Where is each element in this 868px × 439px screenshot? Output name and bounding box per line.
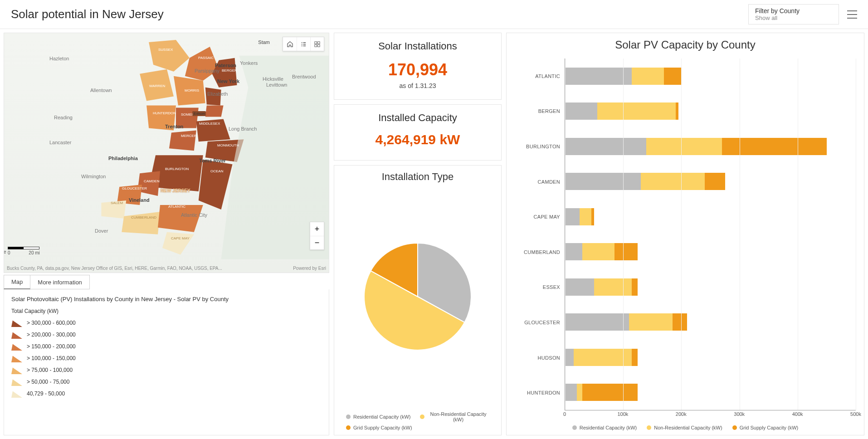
bar-chart[interactable]: ATLANTICBERGENBURLINGTONCAMDENCAPE MAYCU…: [515, 59, 856, 410]
bar-x-tick: 0: [563, 411, 566, 417]
kpi2-value: 4,264,919 kW: [338, 132, 497, 147]
bar-plot: [565, 59, 856, 410]
bar-row[interactable]: [565, 59, 856, 94]
bar-segment: [664, 68, 681, 85]
attribution-text: Bucks County, PA, data.pa.gov, New Jerse…: [7, 266, 222, 271]
bar-segment: [676, 102, 678, 120]
county-ocean[interactable]: [199, 160, 233, 210]
bar-segment: [565, 278, 594, 296]
map-attribution: Bucks County, PA, data.pa.gov, New Jerse…: [7, 266, 326, 271]
legend-label: > 150,000 - 200,000: [27, 343, 76, 350]
bar-row[interactable]: [565, 199, 856, 234]
bar-segment: [705, 173, 725, 190]
legend-title: Solar Photovoltaic (PV) Installations by…: [11, 296, 322, 302]
bar-legend-grid: Grid Supply Capacity (kW): [732, 425, 799, 430]
county-warren[interactable]: [140, 69, 174, 101]
bar-segment: [580, 208, 591, 225]
zoom-in-button[interactable]: +: [310, 222, 324, 236]
bar-segment: [565, 68, 632, 85]
county-sussex[interactable]: [149, 40, 190, 72]
bar-row[interactable]: [565, 340, 856, 375]
legend-item: > 200,000 - 300,000: [11, 331, 322, 339]
bar-segment: [632, 68, 664, 85]
county-mercer[interactable]: [169, 130, 196, 151]
bar-y-label: BURLINGTON: [515, 129, 565, 164]
county-cumberland[interactable]: [122, 212, 160, 234]
county-morris[interactable]: [174, 76, 205, 106]
page-title: Solar potential in New Jersey: [11, 7, 164, 21]
county-hunterdon[interactable]: [146, 106, 176, 131]
bar-x-tick: 100k: [617, 411, 628, 417]
bar-y-label: CUMBERLAND: [515, 234, 565, 270]
grid-icon: [314, 41, 321, 48]
county-salem[interactable]: [101, 200, 126, 219]
dot-icon: [732, 425, 737, 430]
bar-x-tick: 400k: [792, 411, 803, 417]
kpi1-value: 170,994: [338, 60, 497, 79]
map-legend-button[interactable]: [297, 37, 310, 51]
bar-segment: [594, 278, 632, 296]
county-essex[interactable]: [205, 88, 221, 106]
bar-segment: [641, 173, 705, 190]
bar-row[interactable]: [565, 129, 856, 164]
filter-by-county-dropdown[interactable]: Filter by County Show all: [748, 4, 839, 24]
pie-panel: Installation Type Residential Capacity (…: [334, 165, 502, 435]
pie-legend-grid: Grid Supply Capacity (kW): [346, 425, 415, 430]
map-panel[interactable]: Stam Hazleton Allentown Reading Lancaste…: [4, 33, 329, 273]
bar-segment: [565, 173, 641, 190]
legend-swatch: [11, 366, 22, 374]
map-zoom-controls: + −: [310, 222, 324, 250]
map-basemap-button[interactable]: [310, 37, 324, 51]
bar-segment: [591, 208, 594, 225]
bar-row[interactable]: [565, 305, 856, 340]
bar-row[interactable]: [565, 269, 856, 305]
county-capemay[interactable]: [162, 232, 194, 255]
bar-y-label: HUNTERDON: [515, 375, 565, 410]
bar-row[interactable]: [565, 234, 856, 270]
legend-swatch: [11, 378, 22, 386]
home-icon: [287, 41, 293, 48]
county-middlesex[interactable]: [196, 119, 230, 141]
left-column: Stam Hazleton Allentown Reading Lancaste…: [4, 33, 329, 435]
bar-row[interactable]: [565, 94, 856, 129]
menu-icon[interactable]: [847, 10, 857, 19]
legend-label: > 200,000 - 300,000: [27, 332, 76, 338]
dot-icon: [572, 425, 577, 430]
legend-item: > 100,000 - 150,000: [11, 354, 322, 362]
county-atlantic[interactable]: [158, 205, 203, 232]
bar-row[interactable]: [565, 375, 856, 410]
legend-swatch: [11, 331, 22, 339]
dashboard-body: Stam Hazleton Allentown Reading Lancaste…: [0, 29, 868, 439]
bar-segment: [565, 384, 577, 401]
bar-y-axis: ATLANTICBERGENBURLINGTONCAMDENCAPE MAYCU…: [515, 59, 565, 410]
kpi1-sub: as of 1.31.23: [338, 82, 497, 89]
county-somerset[interactable]: [176, 108, 199, 128]
tab-map[interactable]: Map: [4, 275, 30, 289]
dot-icon: [346, 415, 351, 419]
filter-label: Filter by County: [755, 7, 832, 15]
county-union[interactable]: [205, 106, 224, 117]
bar-x-tick: 500k: [850, 411, 861, 417]
bar-segment: [565, 349, 574, 366]
legend-swatch: [11, 390, 22, 398]
bar-y-label: GLOUCESTER: [515, 305, 565, 340]
pie-chart[interactable]: [338, 185, 497, 408]
nj-map[interactable]: [4, 33, 329, 259]
zoom-out-button[interactable]: −: [310, 236, 324, 249]
map-legend-panel: Solar Photovoltaic (PV) Installations by…: [4, 289, 329, 435]
tab-more-information[interactable]: More information: [30, 275, 90, 289]
attribution-esri: Powered by Esri: [293, 266, 326, 271]
map-toolbar: [283, 37, 324, 51]
legend-label: 40,729 - 50,000: [27, 390, 65, 397]
bar-x-axis: 0100k200k300k400k500k: [565, 411, 856, 421]
bar-x-tick: 300k: [734, 411, 745, 417]
map-tabs: Map More information: [4, 275, 329, 289]
bar-segment: [722, 138, 827, 155]
bar-segment: [582, 243, 614, 260]
map-home-button[interactable]: [283, 37, 297, 51]
legend-item: > 300,000 - 600,000: [11, 319, 322, 327]
svg-rect-3: [317, 44, 320, 47]
bar-segment: [577, 384, 583, 401]
bar-row[interactable]: [565, 164, 856, 200]
bar-segment: [632, 349, 638, 366]
